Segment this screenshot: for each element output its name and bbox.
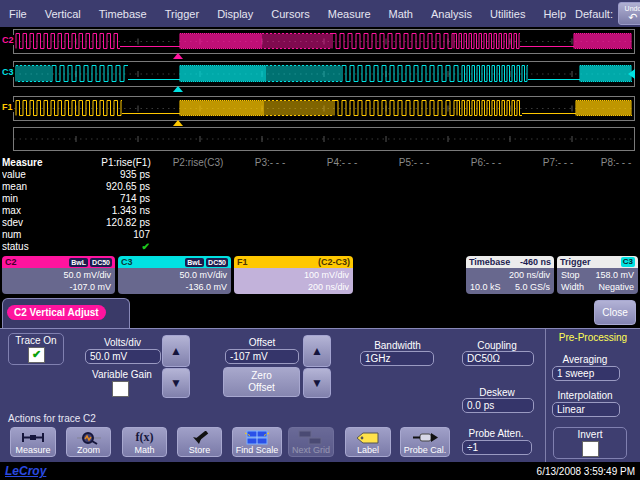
measure-col-p4[interactable]: P4:- - - xyxy=(306,157,378,169)
trigger-mode: Stop xyxy=(561,269,580,281)
menu-vertical[interactable]: Vertical xyxy=(36,8,90,20)
trigger-box[interactable]: Trigger C3 Stop 158.0 mV Width Negative xyxy=(557,256,638,294)
menu-items: FileVerticalTimebaseTriggerDisplayCursor… xyxy=(0,8,575,20)
menu-measure[interactable]: Measure xyxy=(319,8,380,20)
trace-label-f1[interactable]: F1 xyxy=(1,102,14,112)
preprocessing-label: Pre-Processing xyxy=(548,332,638,343)
measure-p8-mean xyxy=(594,181,638,193)
label-icon xyxy=(355,430,381,445)
offset-field[interactable]: -107 mV xyxy=(225,349,299,364)
measure-p7-value xyxy=(522,169,594,181)
undo-button[interactable]: Undo ↶ xyxy=(618,2,640,25)
measure-col-p1[interactable]: P1:rise(F1) xyxy=(90,157,162,169)
c2-vertical-adjust-dialog: Trace On ✔ Volts/div 50.0 mV Variable Ga… xyxy=(0,328,640,462)
channel-box-c3[interactable]: C3 BwL DC50 50.0 mV/div -136.0 mV xyxy=(118,256,231,294)
measure-p5-num xyxy=(378,229,450,241)
measure-p1-mean: 920.65 ps xyxy=(90,181,162,193)
store-button[interactable]: Store xyxy=(177,427,222,457)
menu-display[interactable]: Display xyxy=(208,8,262,20)
measure-p6-status xyxy=(450,241,522,253)
trace-on-checkbox[interactable]: ✔ xyxy=(28,347,45,363)
zero-offset-button[interactable]: Zero Offset xyxy=(223,367,300,397)
measure-col-p7[interactable]: P7:- - - xyxy=(522,157,594,169)
trigger-time-marker-c3[interactable] xyxy=(173,86,183,92)
variable-gain-checkbox[interactable] xyxy=(112,381,129,397)
offset-up-button[interactable]: ▲ xyxy=(303,335,331,367)
trigger-level-marker-c3[interactable] xyxy=(628,69,635,79)
interpolation-label: Interpolation xyxy=(548,390,622,401)
actions-label: Actions for trace C2 xyxy=(8,413,96,424)
panel-divider xyxy=(545,329,546,463)
waveform-display[interactable]: C2C3F1 xyxy=(0,27,640,156)
measure-p2-min xyxy=(162,193,234,205)
measure-p8-status xyxy=(594,241,638,253)
measure-p5-mean xyxy=(378,181,450,193)
menu-trigger[interactable]: Trigger xyxy=(156,8,208,20)
trace-label-c3[interactable]: C3 xyxy=(1,67,15,77)
grid-strip-empty[interactable] xyxy=(13,127,635,151)
channel-box-f1[interactable]: F1 (C2-C3) 100 mV/div 200 ns/div xyxy=(234,256,353,294)
measure-p4-mean xyxy=(306,181,378,193)
trigger-time-marker-f1[interactable] xyxy=(173,120,183,126)
averaging-label: Averaging xyxy=(552,354,618,365)
menu-math[interactable]: Math xyxy=(380,8,422,20)
trace-on-label: Trace On xyxy=(10,335,62,346)
find-scale-button[interactable]: Find Scale xyxy=(232,427,282,457)
measure-p8-sdev xyxy=(594,217,638,229)
measure-p7-max xyxy=(522,205,594,217)
measure-p1-status: ✔ xyxy=(90,241,162,253)
bandwidth-field[interactable]: 1GHz xyxy=(360,351,434,366)
menu-analysis[interactable]: Analysis xyxy=(422,8,481,20)
trigger-time-marker-c2[interactable] xyxy=(173,53,183,59)
interpolation-field[interactable]: Linear xyxy=(552,402,620,417)
grid-strip-f1[interactable] xyxy=(13,96,635,121)
menu-help[interactable]: Help xyxy=(534,8,575,20)
trace-label-c2[interactable]: C2 xyxy=(1,35,15,45)
button-label: Next Grid xyxy=(292,445,330,455)
math-button[interactable]: f(x)Math xyxy=(122,427,167,457)
deskew-field[interactable]: 0.0 ps xyxy=(462,398,534,413)
trigger-title: Trigger xyxy=(560,257,591,267)
menu-file[interactable]: File xyxy=(0,8,36,20)
measure-p8-max xyxy=(594,205,638,217)
close-button[interactable]: Close xyxy=(594,300,636,325)
measure-p6-max xyxy=(450,205,522,217)
measure-p7-mean xyxy=(522,181,594,193)
measure-col-p2[interactable]: P2:rise(C3) xyxy=(162,157,234,169)
tab-c2-vertical-adjust[interactable]: C2 Vertical Adjust xyxy=(2,298,130,328)
channel-box-c2[interactable]: C2 BwL DC50 50.0 mV/div -107.0 mV xyxy=(2,256,115,294)
probe-atten-field[interactable]: ÷1 xyxy=(462,440,532,455)
probe-cal-button[interactable]: Probe Cal. xyxy=(400,427,450,457)
invert-checkbox[interactable] xyxy=(582,441,599,457)
c3-offset: -136.0 mV xyxy=(122,281,227,293)
averaging-field[interactable]: 1 sweep xyxy=(552,366,620,381)
menu-utilities[interactable]: Utilities xyxy=(481,8,534,20)
measure-col-p6[interactable]: P6:- - - xyxy=(450,157,522,169)
label-button[interactable]: Label xyxy=(345,427,391,457)
menu-bar: FileVerticalTimebaseTriggerDisplayCursor… xyxy=(0,0,640,27)
volts-div-down-button[interactable]: ▼ xyxy=(162,368,190,398)
offset-down-button[interactable]: ▼ xyxy=(303,368,331,398)
volts-div-up-button[interactable]: ▲ xyxy=(162,335,190,367)
grid-strip-c2[interactable] xyxy=(13,29,635,54)
zero-offset-label: Zero Offset xyxy=(240,370,284,394)
timebase-box[interactable]: Timebase -460 ns 200 ns/div 10.0 kS 5.0 … xyxy=(466,256,554,294)
measure-col-p3[interactable]: P3:- - - xyxy=(234,157,306,169)
measure-p7-status xyxy=(522,241,594,253)
measure-p6-mean xyxy=(450,181,522,193)
zoom-button[interactable]: Zoom xyxy=(66,427,111,457)
measure-col-p5[interactable]: P5:- - - xyxy=(378,157,450,169)
measure-p4-value xyxy=(306,169,378,181)
coupling-field[interactable]: DC50Ω xyxy=(462,351,534,366)
volts-div-field[interactable]: 50.0 mV xyxy=(85,349,161,364)
grid-strip-c3[interactable] xyxy=(13,61,635,87)
deskew-label: Deskew xyxy=(462,387,532,398)
measure-col-p8[interactable]: P8:- - - xyxy=(594,157,638,169)
measure-button[interactable]: Measure xyxy=(10,427,56,457)
measure-p4-status xyxy=(306,241,378,253)
menu-timebase[interactable]: Timebase xyxy=(90,8,156,20)
trigger-slope: Negative xyxy=(598,281,634,293)
menu-cursors[interactable]: Cursors xyxy=(262,8,319,20)
dc50-badge: DC50 xyxy=(206,258,228,267)
button-label: Math xyxy=(134,445,154,455)
